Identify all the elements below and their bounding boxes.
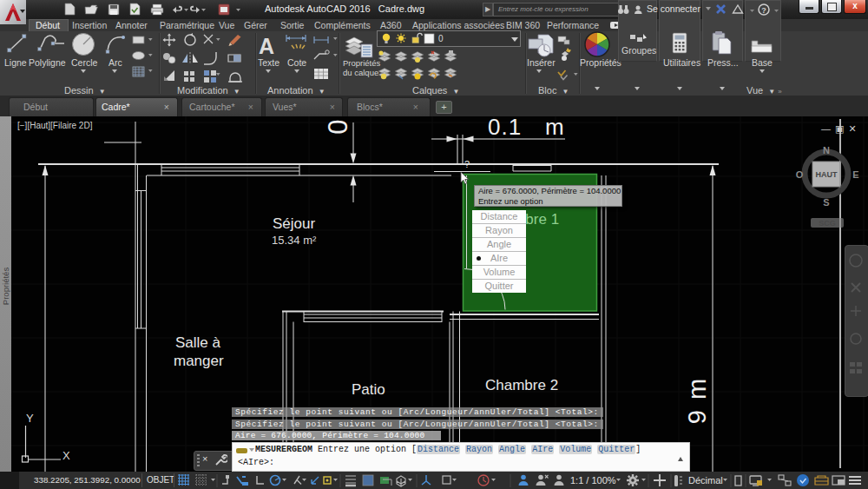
svg-text:1:1 / 100%: 1:1 / 100% [570, 475, 616, 486]
svg-text:N: N [823, 145, 830, 155]
svg-text:m: m [545, 116, 564, 140]
svg-text:Salle à: Salle à [175, 334, 221, 351]
svg-text:15.34 m²: 15.34 m² [272, 234, 317, 247]
svg-text:Y: Y [26, 412, 34, 425]
svg-text:Chambre 2: Chambre 2 [485, 377, 558, 393]
svg-text:Séjour: Séjour [273, 215, 315, 232]
svg-text:X: X [62, 449, 70, 462]
svg-text:Patio: Patio [352, 381, 385, 398]
svg-text:0.1: 0.1 [488, 116, 522, 140]
svg-text:HAUT: HAUT [816, 170, 838, 179]
svg-text:9 m: 9 m [683, 377, 711, 424]
svg-text:SCG: SCG [819, 219, 836, 228]
svg-text:E: E [852, 169, 858, 180]
svg-text:0: 0 [438, 34, 444, 43]
svg-text:0: 0 [323, 119, 353, 134]
svg-text:S: S [823, 197, 829, 208]
svg-text:O: O [796, 169, 804, 180]
svg-text:manger: manger [174, 353, 224, 369]
svg-text:?: ? [464, 159, 470, 169]
svg-text:?: ? [761, 6, 766, 15]
svg-text:Décimal: Décimal [688, 475, 723, 486]
